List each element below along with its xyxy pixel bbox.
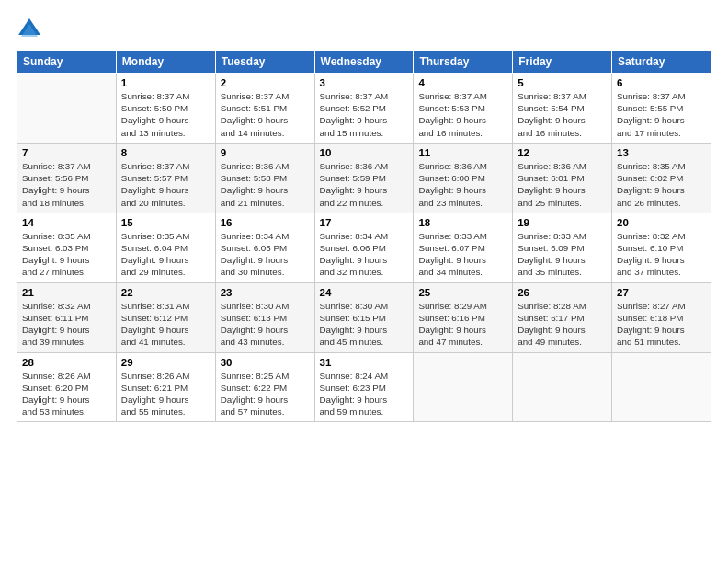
- day-info: Sunrise: 8:37 AM Sunset: 5:54 PM Dayligh…: [518, 90, 607, 139]
- day-info: Sunrise: 8:35 AM Sunset: 6:04 PM Dayligh…: [121, 230, 210, 279]
- weekday-header-wednesday: Wednesday: [314, 51, 414, 74]
- week-row-5: 28Sunrise: 8:26 AM Sunset: 6:20 PM Dayli…: [17, 352, 711, 422]
- day-info: Sunrise: 8:31 AM Sunset: 6:12 PM Dayligh…: [121, 300, 210, 349]
- calendar-cell: 1Sunrise: 8:37 AM Sunset: 5:50 PM Daylig…: [116, 74, 215, 144]
- week-row-2: 7Sunrise: 8:37 AM Sunset: 5:56 PM Daylig…: [17, 143, 711, 213]
- day-info: Sunrise: 8:30 AM Sunset: 6:15 PM Dayligh…: [320, 300, 409, 349]
- logo-icon: [17, 17, 42, 42]
- day-info: Sunrise: 8:35 AM Sunset: 6:03 PM Dayligh…: [22, 230, 111, 279]
- day-number: 29: [121, 357, 210, 368]
- day-number: 25: [418, 287, 507, 298]
- day-info: Sunrise: 8:28 AM Sunset: 6:17 PM Dayligh…: [518, 300, 607, 349]
- calendar-cell: 12Sunrise: 8:36 AM Sunset: 6:01 PM Dayli…: [513, 143, 612, 213]
- calendar-cell: 10Sunrise: 8:36 AM Sunset: 5:59 PM Dayli…: [314, 143, 414, 213]
- header: [17, 17, 711, 42]
- day-info: Sunrise: 8:34 AM Sunset: 6:06 PM Dayligh…: [320, 230, 409, 279]
- day-info: Sunrise: 8:37 AM Sunset: 5:51 PM Dayligh…: [221, 90, 310, 139]
- weekday-header-saturday: Saturday: [612, 51, 711, 74]
- week-row-1: 1Sunrise: 8:37 AM Sunset: 5:50 PM Daylig…: [17, 74, 711, 144]
- weekday-header-sunday: Sunday: [17, 51, 117, 74]
- day-number: 22: [121, 287, 210, 298]
- day-number: 11: [418, 147, 507, 158]
- day-number: 6: [617, 77, 706, 88]
- calendar-cell: 7Sunrise: 8:37 AM Sunset: 5:56 PM Daylig…: [17, 143, 117, 213]
- week-row-3: 14Sunrise: 8:35 AM Sunset: 6:03 PM Dayli…: [17, 213, 711, 282]
- calendar-cell: 20Sunrise: 8:32 AM Sunset: 6:10 PM Dayli…: [612, 213, 711, 282]
- day-number: 23: [221, 287, 310, 298]
- calendar-cell: 2Sunrise: 8:37 AM Sunset: 5:51 PM Daylig…: [215, 74, 314, 144]
- weekday-header-friday: Friday: [513, 51, 612, 74]
- day-info: Sunrise: 8:35 AM Sunset: 6:02 PM Dayligh…: [617, 160, 706, 209]
- weekday-header-monday: Monday: [116, 51, 215, 74]
- calendar-cell: 13Sunrise: 8:35 AM Sunset: 6:02 PM Dayli…: [612, 143, 711, 213]
- day-number: 12: [518, 147, 607, 158]
- day-number: 9: [221, 147, 310, 158]
- page: SundayMondayTuesdayWednesdayThursdayFrid…: [0, 0, 728, 563]
- day-info: Sunrise: 8:36 AM Sunset: 5:59 PM Dayligh…: [320, 160, 409, 209]
- day-info: Sunrise: 8:24 AM Sunset: 6:23 PM Dayligh…: [320, 370, 409, 419]
- day-number: 2: [221, 77, 310, 88]
- day-number: 5: [518, 77, 607, 88]
- calendar-cell: 8Sunrise: 8:37 AM Sunset: 5:57 PM Daylig…: [116, 143, 215, 213]
- day-number: 14: [22, 217, 111, 228]
- day-info: Sunrise: 8:37 AM Sunset: 5:57 PM Dayligh…: [121, 160, 210, 209]
- day-number: 7: [22, 147, 111, 158]
- day-info: Sunrise: 8:37 AM Sunset: 5:50 PM Dayligh…: [121, 90, 210, 139]
- day-info: Sunrise: 8:37 AM Sunset: 5:55 PM Dayligh…: [617, 90, 706, 139]
- day-number: 31: [320, 357, 409, 368]
- calendar-cell: 27Sunrise: 8:27 AM Sunset: 6:18 PM Dayli…: [612, 282, 711, 352]
- weekday-header-tuesday: Tuesday: [215, 51, 314, 74]
- day-info: Sunrise: 8:37 AM Sunset: 5:52 PM Dayligh…: [320, 90, 409, 139]
- calendar-table: SundayMondayTuesdayWednesdayThursdayFrid…: [17, 50, 711, 422]
- calendar-cell: 21Sunrise: 8:32 AM Sunset: 6:11 PM Dayli…: [17, 282, 117, 352]
- day-number: 1: [121, 77, 210, 88]
- day-number: 3: [320, 77, 409, 88]
- calendar-cell: 26Sunrise: 8:28 AM Sunset: 6:17 PM Dayli…: [513, 282, 612, 352]
- day-info: Sunrise: 8:25 AM Sunset: 6:22 PM Dayligh…: [221, 370, 310, 419]
- day-info: Sunrise: 8:32 AM Sunset: 6:11 PM Dayligh…: [22, 300, 111, 349]
- calendar-cell: [17, 74, 117, 144]
- day-info: Sunrise: 8:26 AM Sunset: 6:20 PM Dayligh…: [22, 370, 111, 419]
- calendar-cell: 19Sunrise: 8:33 AM Sunset: 6:09 PM Dayli…: [513, 213, 612, 282]
- day-info: Sunrise: 8:34 AM Sunset: 6:05 PM Dayligh…: [221, 230, 310, 279]
- weekday-header-row: SundayMondayTuesdayWednesdayThursdayFrid…: [17, 51, 711, 74]
- calendar-cell: 15Sunrise: 8:35 AM Sunset: 6:04 PM Dayli…: [116, 213, 215, 282]
- day-info: Sunrise: 8:36 AM Sunset: 5:58 PM Dayligh…: [221, 160, 310, 209]
- day-number: 19: [518, 217, 607, 228]
- calendar-cell: [612, 352, 711, 422]
- day-info: Sunrise: 8:29 AM Sunset: 6:16 PM Dayligh…: [418, 300, 507, 349]
- day-number: 21: [22, 287, 111, 298]
- day-number: 10: [320, 147, 409, 158]
- calendar-cell: 29Sunrise: 8:26 AM Sunset: 6:21 PM Dayli…: [116, 352, 215, 422]
- calendar-cell: 3Sunrise: 8:37 AM Sunset: 5:52 PM Daylig…: [314, 74, 414, 144]
- calendar-cell: 9Sunrise: 8:36 AM Sunset: 5:58 PM Daylig…: [215, 143, 314, 213]
- calendar-cell: 17Sunrise: 8:34 AM Sunset: 6:06 PM Dayli…: [314, 213, 414, 282]
- day-info: Sunrise: 8:32 AM Sunset: 6:10 PM Dayligh…: [617, 230, 706, 279]
- day-number: 18: [418, 217, 507, 228]
- calendar-cell: 5Sunrise: 8:37 AM Sunset: 5:54 PM Daylig…: [513, 74, 612, 144]
- weekday-header-thursday: Thursday: [414, 51, 513, 74]
- calendar-cell: 16Sunrise: 8:34 AM Sunset: 6:05 PM Dayli…: [215, 213, 314, 282]
- logo-area: [17, 17, 46, 42]
- calendar-cell: [414, 352, 513, 422]
- day-info: Sunrise: 8:36 AM Sunset: 6:01 PM Dayligh…: [518, 160, 607, 209]
- day-number: 4: [418, 77, 507, 88]
- day-number: 13: [617, 147, 706, 158]
- day-number: 15: [121, 217, 210, 228]
- calendar-cell: 23Sunrise: 8:30 AM Sunset: 6:13 PM Dayli…: [215, 282, 314, 352]
- day-number: 8: [121, 147, 210, 158]
- day-number: 20: [617, 217, 706, 228]
- day-info: Sunrise: 8:26 AM Sunset: 6:21 PM Dayligh…: [121, 370, 210, 419]
- calendar-cell: [513, 352, 612, 422]
- calendar-cell: 28Sunrise: 8:26 AM Sunset: 6:20 PM Dayli…: [17, 352, 117, 422]
- calendar-cell: 30Sunrise: 8:25 AM Sunset: 6:22 PM Dayli…: [215, 352, 314, 422]
- calendar-cell: 11Sunrise: 8:36 AM Sunset: 6:00 PM Dayli…: [414, 143, 513, 213]
- day-info: Sunrise: 8:37 AM Sunset: 5:53 PM Dayligh…: [418, 90, 507, 139]
- day-info: Sunrise: 8:36 AM Sunset: 6:00 PM Dayligh…: [418, 160, 507, 209]
- day-number: 26: [518, 287, 607, 298]
- day-info: Sunrise: 8:27 AM Sunset: 6:18 PM Dayligh…: [617, 300, 706, 349]
- day-number: 17: [320, 217, 409, 228]
- calendar-cell: 6Sunrise: 8:37 AM Sunset: 5:55 PM Daylig…: [612, 74, 711, 144]
- calendar-cell: 24Sunrise: 8:30 AM Sunset: 6:15 PM Dayli…: [314, 282, 414, 352]
- day-number: 30: [221, 357, 310, 368]
